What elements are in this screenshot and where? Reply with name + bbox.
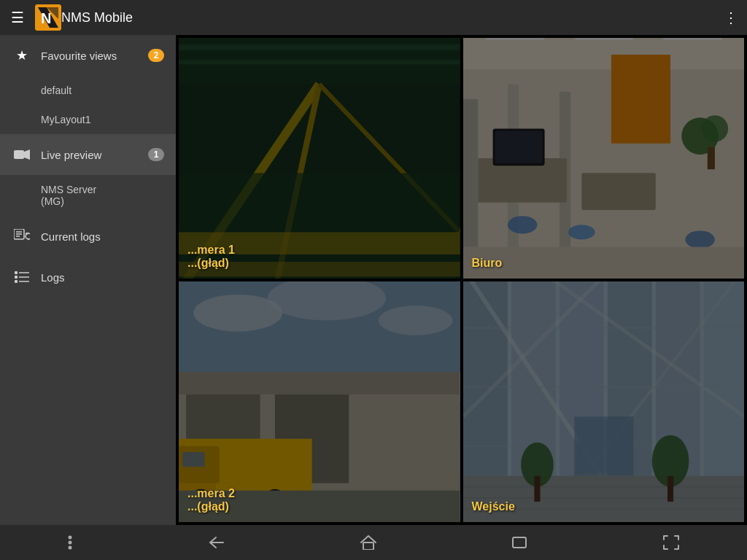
list-icon (12, 267, 32, 287)
svg-rect-8 (15, 271, 18, 274)
svg-point-93 (69, 546, 72, 550)
more-options-button[interactable] (56, 529, 84, 556)
star-icon: ★ (12, 45, 32, 66)
sidebar-item-favourite-views[interactable]: ★ Favourite views 2 (0, 35, 176, 76)
camera-grid: ...mera 1...(głąd) (176, 35, 747, 525)
sidebar-subitem-nms-server-label: NMS Server(MG) (41, 184, 96, 207)
camera-cell-1[interactable]: ...mera 1...(głąd) (179, 38, 460, 279)
camera-cell-2[interactable]: ...mera 2...(głąd) (179, 281, 460, 522)
sidebar-label-live-preview: Live preview (41, 149, 148, 161)
home-button[interactable] (349, 529, 388, 556)
fullscreen-button[interactable] (651, 529, 691, 556)
recents-button[interactable] (500, 531, 538, 554)
back-button[interactable] (197, 530, 236, 555)
app-logo: N (35, 4, 61, 31)
top-bar: ☰ N NMS Mobile ⋮ (0, 0, 747, 35)
svg-marker-6 (24, 149, 30, 160)
camera-wejscie-label: Wejście (472, 500, 515, 513)
svg-rect-10 (15, 280, 18, 283)
svg-rect-95 (363, 542, 374, 550)
sidebar-label-current-logs: Current logs (41, 230, 164, 243)
bottom-bar (0, 525, 747, 560)
svg-point-91 (69, 536, 72, 540)
camera-1-overlay (179, 38, 460, 279)
camera-cell-biuro[interactable]: Biuro (463, 38, 745, 279)
sidebar-subitem-default-label: default (41, 85, 71, 96)
svg-rect-96 (513, 537, 526, 548)
camera-biuro-label: Biuro (472, 257, 503, 270)
svg-point-92 (69, 541, 72, 545)
menu-icon[interactable]: ☰ (9, 9, 26, 26)
camera-1-label: ...mera 1...(głąd) (187, 244, 235, 270)
sidebar-label-logs: Logs (41, 271, 164, 284)
sidebar-subitem-mylayout1-label: MyLayout1 (41, 114, 90, 125)
app-title: NMS Mobile (61, 10, 724, 26)
camera-cell-wejscie[interactable]: Wejście (463, 281, 745, 522)
camera-biuro-overlay (463, 38, 745, 279)
sidebar-item-current-logs[interactable]: Current logs (0, 216, 176, 257)
svg-text:N: N (41, 10, 51, 26)
sidebar-subitem-mylayout1[interactable]: MyLayout1 (0, 105, 176, 134)
sidebar: ★ Favourite views 2 default MyLayout1 Li… (0, 35, 176, 525)
svg-rect-9 (15, 276, 18, 279)
camera-icon (12, 144, 32, 165)
sidebar-item-logs[interactable]: Logs (0, 257, 176, 298)
sidebar-label-favourite-views: Favourite views (41, 50, 148, 62)
main-content: ★ Favourite views 2 default MyLayout1 Li… (0, 35, 747, 525)
sidebar-subitem-nms-server[interactable]: NMS Server(MG) (0, 175, 176, 216)
camera-wejscie-overlay (463, 281, 745, 522)
camera-2-label: ...mera 2...(głąd) (187, 487, 235, 513)
overflow-menu-icon[interactable]: ⋮ (724, 9, 738, 26)
svg-rect-5 (14, 150, 24, 159)
current-logs-icon (12, 226, 32, 246)
camera-2-overlay (179, 281, 460, 522)
live-preview-badge: 1 (148, 148, 164, 161)
favourite-views-badge: 2 (148, 49, 164, 62)
sidebar-subitem-default[interactable]: default (0, 76, 176, 105)
sidebar-item-live-preview[interactable]: Live preview 1 (0, 134, 176, 175)
